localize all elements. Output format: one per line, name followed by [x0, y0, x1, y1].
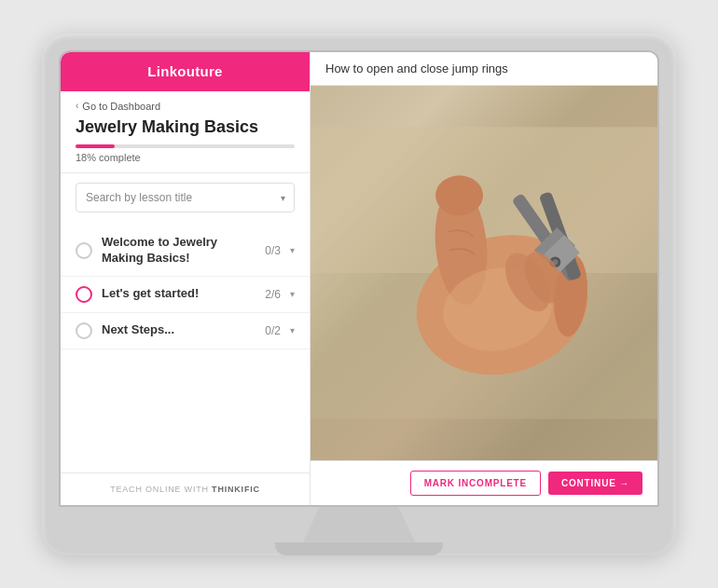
lesson-count: 2/6: [265, 288, 281, 301]
lesson-item[interactable]: Welcome to Jewelry Making Basics! 0/3 ▾: [61, 226, 310, 277]
footer-brand-label: THINKIFIC: [212, 485, 260, 494]
video-title: How to open and close jump rings: [325, 62, 642, 75]
lesson-chevron-icon: ▾: [290, 289, 295, 299]
course-title: Jewelry Making Basics: [76, 117, 295, 138]
lesson-info: Welcome to Jewelry Making Basics!: [102, 235, 255, 267]
content-footer: MARK INCOMPLETE CONTINUE →: [311, 460, 657, 505]
lesson-item[interactable]: Let's get started! 2/6 ▾: [61, 277, 310, 313]
mark-incomplete-button[interactable]: MARK INCOMPLETE: [410, 471, 541, 496]
back-to-dashboard-link[interactable]: ‹ Go to Dashboard: [76, 101, 295, 112]
screen: Linkouture ‹ Go to Dashboard Jewelry Mak…: [59, 50, 659, 507]
sidebar-header: Linkouture: [61, 52, 310, 91]
lesson-status-circle: [76, 322, 92, 339]
main-content: How to open and close jump rings: [311, 52, 657, 505]
monitor-base: [275, 542, 443, 555]
lesson-title: Let's get started!: [102, 286, 255, 302]
back-label: Go to Dashboard: [82, 101, 160, 112]
monitor: Linkouture ‹ Go to Dashboard Jewelry Mak…: [42, 34, 676, 555]
lesson-status-circle-partial: [76, 286, 92, 303]
search-container: Search by lesson title ▾: [76, 183, 295, 212]
lesson-count: 0/2: [265, 324, 281, 337]
sidebar-footer: TEACH ONLINE WITH THINKIFIC: [61, 472, 310, 505]
lesson-count: 0/3: [265, 244, 281, 257]
lesson-chevron-icon: ▾: [290, 325, 295, 335]
back-chevron-icon: ‹: [76, 101, 78, 111]
svg-point-4: [435, 175, 483, 215]
lesson-status-circle: [76, 242, 92, 259]
continue-button[interactable]: CONTINUE →: [548, 472, 642, 495]
footer-text: TEACH ONLINE WITH THINKIFIC: [76, 485, 295, 494]
brand-title: Linkouture: [147, 63, 223, 79]
divider-1: [61, 172, 310, 173]
sidebar-nav: ‹ Go to Dashboard Jewelry Making Basics …: [61, 91, 310, 226]
lesson-title: Next Steps...: [102, 322, 255, 338]
lesson-list: Welcome to Jewelry Making Basics! 0/3 ▾ …: [61, 226, 310, 472]
progress-bar-fill: [76, 144, 115, 148]
video-area: [311, 86, 657, 460]
lesson-info: Next Steps...: [102, 322, 255, 338]
progress-text: 18% complete: [76, 152, 295, 163]
content-header: How to open and close jump rings: [311, 52, 657, 86]
lesson-item[interactable]: Next Steps... 0/2 ▾: [61, 313, 310, 349]
lesson-chevron-icon: ▾: [290, 245, 295, 255]
monitor-stand-wrapper: [275, 507, 443, 555]
footer-teach-label: TEACH ONLINE WITH: [110, 485, 209, 494]
app-container: Linkouture ‹ Go to Dashboard Jewelry Mak…: [61, 52, 657, 505]
progress-bar-container: [76, 144, 295, 148]
lesson-info: Let's get started!: [102, 286, 255, 302]
lesson-search-select[interactable]: Search by lesson title: [76, 183, 295, 212]
monitor-stand: [303, 507, 415, 542]
video-thumbnail: [311, 86, 657, 460]
sidebar: Linkouture ‹ Go to Dashboard Jewelry Mak…: [61, 52, 311, 505]
lesson-title: Welcome to Jewelry Making Basics!: [102, 235, 255, 267]
video-svg: [311, 86, 657, 460]
